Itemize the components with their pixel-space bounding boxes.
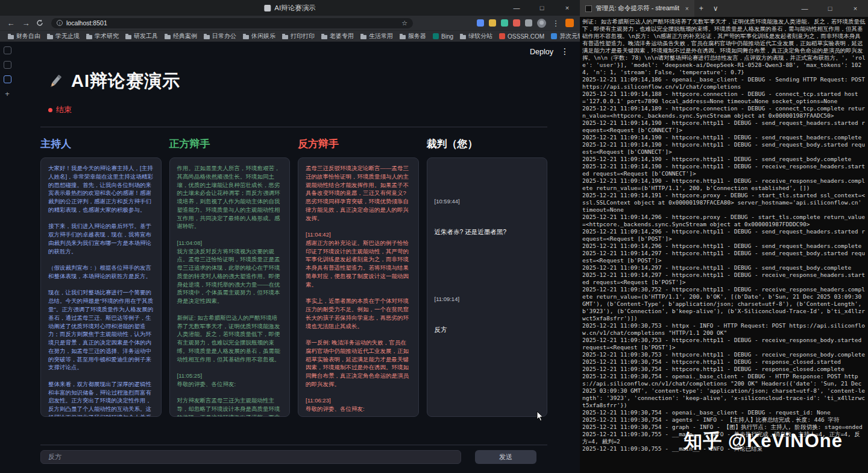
browser-navbar: ← → i localhost:8501 ☆ ⋮ <box>0 16 580 30</box>
status-dot-icon <box>48 108 52 112</box>
bookmark-item[interactable]: 异次元软件世界 <box>548 31 580 41</box>
bookmark-item[interactable]: 服务器 <box>397 31 429 41</box>
folder-icon <box>125 35 131 39</box>
bookmark-item[interactable]: Bing <box>430 33 456 40</box>
side-add-icon[interactable]: + <box>5 90 10 98</box>
folder-icon <box>282 35 288 39</box>
folder-icon <box>243 35 249 39</box>
bookmark-item[interactable]: 老婆专用 <box>318 31 357 41</box>
browser-window-controls: — □ × <box>504 0 580 16</box>
forward-icon[interactable]: → <box>21 19 31 27</box>
folder-icon <box>321 35 327 39</box>
refresh-icon[interactable] <box>36 19 46 27</box>
bookmark-item[interactable]: 学术研究 <box>83 31 122 41</box>
folder-icon <box>460 35 466 39</box>
folder-icon <box>8 35 14 39</box>
back-icon[interactable]: ← <box>6 19 16 27</box>
folder-icon <box>400 35 406 39</box>
send-button[interactable]: 发送 <box>475 450 536 464</box>
column-judge-title: 裁判（您） <box>427 137 548 151</box>
bookmark-item[interactable]: 生活常用 <box>357 31 396 41</box>
streamlit-page: + Deploy ⋮ AI辩论赛演示 结束 主持人 大家好！我是今天 <box>0 42 580 473</box>
tab-close-icon[interactable]: × <box>685 5 689 12</box>
close-button[interactable]: × <box>843 0 868 17</box>
message-timestamp: [10:59:44] <box>435 197 540 206</box>
column-pro: 正方辩手 作用。正如居里夫人所言，环境愈艰苦，其高尚品格依然顽强生长。环境如同土… <box>169 137 291 417</box>
address-bar[interactable]: i localhost:8501 ☆ <box>51 18 413 28</box>
pro-transcript-card[interactable]: 作用。正如居里夫人所言，环境愈艰苦，其高尚品格依然顽强生长。环境如同土壤，优质的… <box>169 157 291 417</box>
side-tool-icon[interactable] <box>4 46 11 54</box>
bing-favicon <box>433 33 439 39</box>
folder-icon <box>47 35 53 39</box>
terminal-tab[interactable]: 管理员: 命令提示符 - streamlit × <box>580 0 694 17</box>
site-info-icon[interactable]: i <box>57 20 63 26</box>
folder-icon <box>204 35 210 39</box>
message-text: 反方 <box>435 325 540 334</box>
deploy-button[interactable]: Deploy <box>530 48 553 56</box>
close-button[interactable]: × <box>555 0 580 16</box>
con-transcript-card[interactable]: 孟母三迁反驳环境决定论断言——孟母三迁的故事恰恰证明，环境质量须与人的主观能动性… <box>298 157 419 417</box>
bookmark-item[interactable]: 学无止境 <box>44 31 83 41</box>
browser-menu-icon[interactable]: ⋮ <box>551 19 561 27</box>
judge-message: [10:59:44] 近朱者赤? 还是近墨者黑? <box>435 181 540 254</box>
app-menu-icon[interactable]: ⋮ <box>561 46 569 56</box>
browser-side-strip: + <box>0 46 14 98</box>
divider <box>40 445 547 445</box>
yichiyuan-favicon <box>551 33 557 39</box>
maximize-button[interactable]: □ <box>817 0 843 17</box>
terminal-output[interactable]: 例证: 如古希腊斯巴达人的严酷环境培养了无数军事天才，证明优质环境能激发人类潜能… <box>580 17 868 473</box>
extension-icon[interactable] <box>501 19 508 27</box>
message-timestamp: [11:09:14] <box>435 295 540 303</box>
column-con-title: 反方辩手 <box>298 137 419 151</box>
folder-icon <box>86 35 92 39</box>
bookmark-item[interactable]: 打印打印 <box>279 31 318 41</box>
page-favicon <box>264 5 271 11</box>
bookmark-item[interactable]: OSSSR.COM <box>496 33 547 40</box>
url-text: localhost:8501 <box>66 19 398 27</box>
host-transcript-card[interactable]: 大家好！我是今天的辩论赛主持人，[主持人姓名]，非常荣幸能在这里主持这场精彩的思… <box>40 157 162 417</box>
side-tool-icon[interactable] <box>4 61 11 69</box>
browser-window: AI辩论赛演示 — □ × ← → i localhost:8501 ☆ ⋮ <box>0 0 580 473</box>
sidebar-app-icon[interactable] <box>565 19 574 27</box>
folder-icon <box>165 35 171 39</box>
column-judge: 裁判（您） [10:59:44] 近朱者赤? 还是近墨者黑? [11:09:14… <box>427 137 548 417</box>
debate-columns: 主持人 大家好！我是今天的辩论赛主持人，[主持人姓名]，非常荣幸能在这里主持这场… <box>40 137 547 417</box>
maximize-button[interactable]: □ <box>529 0 555 16</box>
status-badge: 结束 <box>48 104 72 115</box>
tab-dropdown-icon[interactable]: ∨ <box>708 4 723 13</box>
new-tab-icon[interactable]: + <box>694 4 708 13</box>
bookmark-star-icon[interactable]: ☆ <box>401 19 407 27</box>
mouse-cursor <box>536 411 544 422</box>
extensions-puzzle-icon[interactable] <box>525 19 532 27</box>
judge-message: [11:09:14] 反方 <box>435 279 540 352</box>
bookmark-item[interactable]: 绿软分站 <box>457 31 495 41</box>
page-title: AI辩论赛演示 <box>47 69 180 94</box>
browser-tab-title-wrap: AI辩论赛演示 <box>264 4 315 13</box>
chat-input[interactable] <box>40 450 461 464</box>
extension-icon[interactable] <box>477 19 484 27</box>
column-con: 反方辩手 孟母三迁反驳环境决定论断言——孟母三迁的故事恰恰证明，环境质量须与人的… <box>298 137 419 417</box>
bookmark-item[interactable]: 休闲娱乐 <box>240 31 278 41</box>
message-text: 近朱者赤? 还是近墨者黑? <box>435 227 540 237</box>
judge-transcript-card[interactable]: [10:59:44] 近朱者赤? 还是近墨者黑? [11:09:14] 反方 <box>427 157 548 417</box>
pencil-icon <box>47 73 64 90</box>
toolbar-icons: ⋮ <box>477 19 574 28</box>
bookmark-item[interactable]: 财务自由 <box>5 31 43 41</box>
minimize-button[interactable]: — <box>504 0 529 16</box>
side-pen-icon[interactable] <box>4 75 11 83</box>
terminal-tab-title: 管理员: 命令提示符 - streamlit <box>596 4 679 13</box>
bookmarks-bar: 财务自由 学无止境 学术研究 研发工具 经典案例 日常办公 休闲娱乐 打印打印 … <box>0 30 580 42</box>
profile-avatar[interactable] <box>537 19 546 28</box>
extension-icon[interactable] <box>489 19 496 27</box>
terminal-window: 管理员: 命令提示符 - streamlit × + ∨ — □ × 例证: 如… <box>580 0 868 473</box>
bookmark-item[interactable]: 研发工具 <box>122 31 161 41</box>
column-host-title: 主持人 <box>40 137 162 151</box>
terminal-window-controls: — □ × <box>792 0 868 17</box>
folder-icon <box>360 35 366 39</box>
browser-tab-title: AI辩论赛演示 <box>274 4 315 13</box>
bookmark-item[interactable]: 经典案例 <box>162 31 200 41</box>
cmd-icon <box>585 5 592 12</box>
bookmark-item[interactable]: 日常办公 <box>201 31 239 41</box>
extension-icon[interactable] <box>513 19 520 27</box>
minimize-button[interactable]: — <box>792 0 817 17</box>
